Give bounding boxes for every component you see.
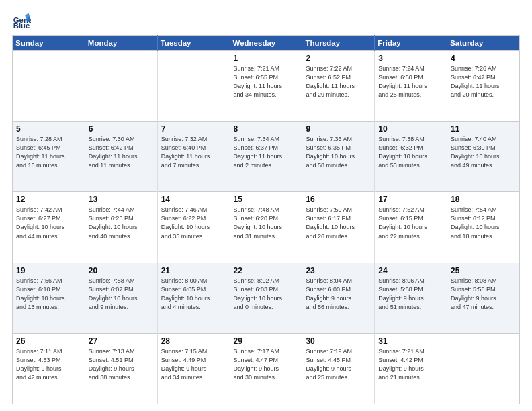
header-day-wednesday: Wednesday — [230, 36, 302, 51]
day-detail: Sunrise: 7:22 AMSunset: 6:52 PMDaylight:… — [306, 64, 371, 99]
header-day-thursday: Thursday — [302, 36, 375, 51]
day-number: 18 — [451, 195, 516, 204]
day-cell: 2Sunrise: 7:22 AMSunset: 6:52 PMDaylight… — [302, 51, 375, 122]
day-cell: 30Sunrise: 7:19 AMSunset: 4:45 PMDayligh… — [302, 333, 375, 404]
day-cell — [85, 51, 157, 122]
day-cell — [13, 51, 85, 122]
day-number: 29 — [234, 336, 299, 346]
day-number: 25 — [451, 266, 516, 275]
day-cell: 3Sunrise: 7:24 AMSunset: 6:50 PMDaylight… — [375, 51, 447, 122]
day-number: 20 — [89, 266, 154, 275]
logo-icon: General Blue — [12, 11, 31, 30]
day-number: 26 — [16, 336, 81, 346]
calendar-table: SundayMondayTuesdayWednesdayThursdayFrid… — [12, 35, 520, 404]
day-number: 16 — [306, 195, 371, 204]
svg-text:Blue: Blue — [13, 21, 30, 30]
day-cell: 18Sunrise: 7:54 AMSunset: 6:12 PMDayligh… — [447, 192, 520, 263]
day-cell: 19Sunrise: 7:56 AMSunset: 6:10 PMDayligh… — [13, 263, 85, 333]
day-cell: 4Sunrise: 7:26 AMSunset: 6:47 PMDaylight… — [447, 51, 520, 122]
day-detail: Sunrise: 7:26 AMSunset: 6:47 PMDaylight:… — [451, 64, 516, 99]
day-number: 27 — [89, 336, 154, 346]
day-detail: Sunrise: 7:50 AMSunset: 6:17 PMDaylight:… — [306, 205, 371, 240]
day-cell: 15Sunrise: 7:48 AMSunset: 6:20 PMDayligh… — [230, 192, 302, 263]
day-number: 24 — [378, 266, 443, 275]
day-cell — [157, 51, 230, 122]
day-detail: Sunrise: 8:00 AMSunset: 6:05 PMDaylight:… — [161, 277, 226, 312]
day-cell: 6Sunrise: 7:30 AMSunset: 6:42 PMDaylight… — [85, 122, 157, 192]
day-number: 11 — [451, 124, 516, 134]
day-detail: Sunrise: 8:04 AMSunset: 6:00 PMDaylight:… — [306, 277, 371, 312]
day-number: 28 — [161, 336, 226, 346]
day-cell: 24Sunrise: 8:06 AMSunset: 5:58 PMDayligh… — [375, 263, 447, 333]
day-detail: Sunrise: 7:46 AMSunset: 6:22 PMDaylight:… — [161, 205, 226, 240]
day-detail: Sunrise: 7:48 AMSunset: 6:20 PMDaylight:… — [234, 205, 299, 240]
day-number: 6 — [89, 124, 154, 134]
header-day-sunday: Sunday — [13, 36, 85, 51]
day-cell: 14Sunrise: 7:46 AMSunset: 6:22 PMDayligh… — [157, 192, 230, 263]
day-cell — [447, 333, 520, 404]
day-cell: 25Sunrise: 8:08 AMSunset: 5:56 PMDayligh… — [447, 263, 520, 333]
day-detail: Sunrise: 7:21 AMSunset: 6:55 PMDaylight:… — [234, 64, 299, 99]
day-number: 1 — [234, 54, 299, 63]
day-cell: 12Sunrise: 7:42 AMSunset: 6:27 PMDayligh… — [13, 192, 85, 263]
day-cell: 17Sunrise: 7:52 AMSunset: 6:15 PMDayligh… — [375, 192, 447, 263]
day-cell: 9Sunrise: 7:36 AMSunset: 6:35 PMDaylight… — [302, 122, 375, 192]
day-cell: 11Sunrise: 7:40 AMSunset: 6:30 PMDayligh… — [447, 122, 520, 192]
day-detail: Sunrise: 7:15 AMSunset: 4:49 PMDaylight:… — [161, 347, 226, 382]
day-cell: 16Sunrise: 7:50 AMSunset: 6:17 PMDayligh… — [302, 192, 375, 263]
day-cell: 1Sunrise: 7:21 AMSunset: 6:55 PMDaylight… — [230, 51, 302, 122]
day-detail: Sunrise: 7:54 AMSunset: 6:12 PMDaylight:… — [451, 205, 516, 240]
week-row-2: 5Sunrise: 7:28 AMSunset: 6:45 PMDaylight… — [13, 122, 520, 192]
day-number: 14 — [161, 195, 226, 204]
header: General Blue — [12, 11, 520, 30]
day-number: 17 — [378, 195, 443, 204]
day-cell: 20Sunrise: 7:58 AMSunset: 6:07 PMDayligh… — [85, 263, 157, 333]
day-detail: Sunrise: 7:58 AMSunset: 6:07 PMDaylight:… — [89, 277, 154, 312]
day-number: 2 — [306, 54, 371, 63]
week-row-3: 12Sunrise: 7:42 AMSunset: 6:27 PMDayligh… — [13, 192, 520, 263]
day-detail: Sunrise: 7:42 AMSunset: 6:27 PMDaylight:… — [16, 205, 81, 240]
week-row-5: 26Sunrise: 7:11 AMSunset: 4:53 PMDayligh… — [13, 333, 520, 404]
day-number: 10 — [378, 124, 443, 134]
day-number: 7 — [161, 124, 226, 134]
day-detail: Sunrise: 7:36 AMSunset: 6:35 PMDaylight:… — [306, 135, 371, 170]
day-detail: Sunrise: 7:28 AMSunset: 6:45 PMDaylight:… — [16, 135, 81, 170]
day-cell: 28Sunrise: 7:15 AMSunset: 4:49 PMDayligh… — [157, 333, 230, 404]
header-day-monday: Monday — [85, 36, 157, 51]
day-number: 8 — [234, 124, 299, 134]
day-detail: Sunrise: 7:21 AMSunset: 4:42 PMDaylight:… — [378, 347, 443, 382]
day-cell: 22Sunrise: 8:02 AMSunset: 6:03 PMDayligh… — [230, 263, 302, 333]
day-detail: Sunrise: 7:17 AMSunset: 4:47 PMDaylight:… — [234, 347, 299, 382]
day-cell: 5Sunrise: 7:28 AMSunset: 6:45 PMDaylight… — [13, 122, 85, 192]
day-number: 31 — [378, 336, 443, 346]
day-cell: 29Sunrise: 7:17 AMSunset: 4:47 PMDayligh… — [230, 333, 302, 404]
calendar-header: SundayMondayTuesdayWednesdayThursdayFrid… — [13, 36, 520, 51]
week-row-4: 19Sunrise: 7:56 AMSunset: 6:10 PMDayligh… — [13, 263, 520, 333]
header-day-friday: Friday — [375, 36, 447, 51]
day-detail: Sunrise: 7:44 AMSunset: 6:25 PMDaylight:… — [89, 205, 154, 240]
header-day-saturday: Saturday — [447, 36, 520, 51]
page: General Blue SundayMondayTuesdayWednesda… — [0, 0, 532, 411]
day-detail: Sunrise: 8:06 AMSunset: 5:58 PMDaylight:… — [378, 277, 443, 312]
day-detail: Sunrise: 7:56 AMSunset: 6:10 PMDaylight:… — [16, 277, 81, 312]
day-number: 19 — [16, 266, 81, 275]
day-detail: Sunrise: 8:02 AMSunset: 6:03 PMDaylight:… — [234, 277, 299, 312]
day-number: 15 — [234, 195, 299, 204]
day-cell: 7Sunrise: 7:32 AMSunset: 6:40 PMDaylight… — [157, 122, 230, 192]
day-detail: Sunrise: 7:52 AMSunset: 6:15 PMDaylight:… — [378, 205, 443, 240]
day-cell: 31Sunrise: 7:21 AMSunset: 4:42 PMDayligh… — [375, 333, 447, 404]
day-number: 12 — [16, 195, 81, 204]
day-cell: 21Sunrise: 8:00 AMSunset: 6:05 PMDayligh… — [157, 263, 230, 333]
day-cell: 26Sunrise: 7:11 AMSunset: 4:53 PMDayligh… — [13, 333, 85, 404]
day-number: 4 — [451, 54, 516, 63]
day-detail: Sunrise: 8:08 AMSunset: 5:56 PMDaylight:… — [451, 277, 516, 312]
day-number: 21 — [161, 266, 226, 275]
day-cell: 8Sunrise: 7:34 AMSunset: 6:37 PMDaylight… — [230, 122, 302, 192]
header-row: SundayMondayTuesdayWednesdayThursdayFrid… — [13, 36, 520, 51]
day-number: 13 — [89, 195, 154, 204]
day-number: 23 — [306, 266, 371, 275]
day-detail: Sunrise: 7:40 AMSunset: 6:30 PMDaylight:… — [451, 135, 516, 170]
day-detail: Sunrise: 7:30 AMSunset: 6:42 PMDaylight:… — [89, 135, 154, 170]
calendar-body: 1Sunrise: 7:21 AMSunset: 6:55 PMDaylight… — [13, 51, 520, 404]
day-detail: Sunrise: 7:38 AMSunset: 6:32 PMDaylight:… — [378, 135, 443, 170]
